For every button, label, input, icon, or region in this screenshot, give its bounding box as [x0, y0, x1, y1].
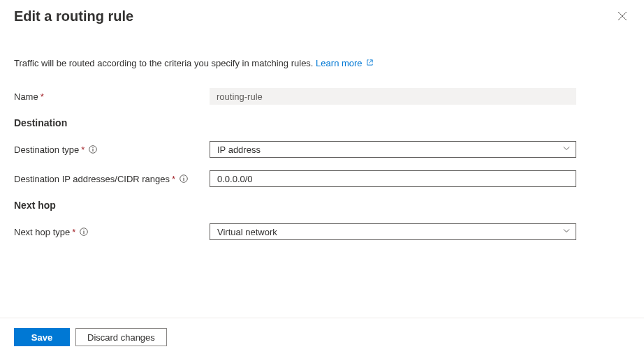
required-indicator: *: [72, 227, 75, 237]
description-text: Traffic will be routed according to the …: [14, 58, 630, 68]
svg-rect-2: [93, 149, 94, 151]
required-indicator: *: [81, 144, 85, 155]
svg-point-1: [93, 147, 94, 148]
panel-title: Edit a routing rule: [14, 8, 133, 24]
destination-type-row: Destination type *: [14, 141, 630, 158]
description-body: Traffic will be routed according to the …: [14, 58, 313, 68]
svg-rect-5: [184, 178, 184, 181]
panel-content: Traffic will be routed according to the …: [0, 24, 644, 240]
panel-footer: Save Discard changes: [0, 318, 644, 356]
destination-type-label: Destination type *: [14, 144, 210, 155]
name-input: [210, 88, 576, 105]
learn-more-link[interactable]: Learn more: [316, 58, 374, 68]
name-row: Name *: [14, 88, 630, 105]
panel-header: Edit a routing rule: [0, 0, 644, 24]
destination-ip-row: Destination IP addresses/CIDR ranges *: [14, 170, 630, 187]
svg-point-4: [183, 177, 184, 177]
nexthop-type-label: Next hop type *: [14, 227, 210, 237]
nexthop-type-row: Next hop type *: [14, 223, 630, 240]
svg-point-7: [84, 230, 85, 230]
info-icon[interactable]: [180, 175, 188, 183]
svg-rect-8: [84, 231, 85, 234]
close-icon: [617, 11, 627, 21]
required-indicator: *: [41, 91, 44, 102]
info-icon[interactable]: [89, 145, 97, 154]
learn-more-label: Learn more: [316, 58, 362, 68]
destination-type-select[interactable]: [210, 141, 576, 158]
destination-ip-input[interactable]: [210, 170, 576, 187]
info-icon[interactable]: [80, 228, 88, 236]
destination-ip-label: Destination IP addresses/CIDR ranges *: [14, 174, 210, 184]
discard-button[interactable]: Discard changes: [75, 328, 167, 346]
close-button[interactable]: [615, 8, 630, 24]
nexthop-type-select[interactable]: [210, 223, 576, 240]
external-link-icon: [366, 58, 374, 68]
nexthop-heading: Next hop: [14, 200, 630, 211]
name-label: Name *: [14, 91, 210, 102]
destination-heading: Destination: [14, 117, 630, 128]
required-indicator: *: [172, 174, 175, 184]
save-button[interactable]: Save: [14, 328, 70, 346]
